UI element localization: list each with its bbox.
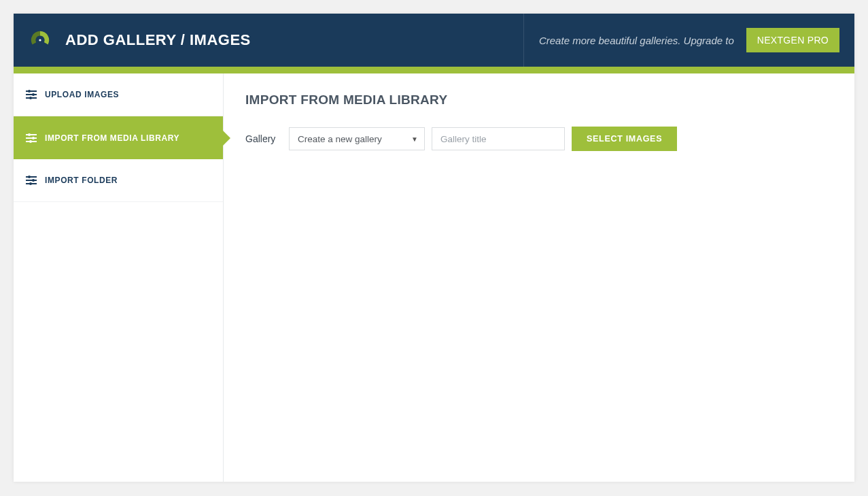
upgrade-button[interactable]: NEXTGEN PRO <box>746 28 839 52</box>
sidebar-item-label: UPLOAD IMAGES <box>45 90 119 99</box>
sidebar-item-upload-images[interactable]: UPLOAD IMAGES <box>14 73 223 116</box>
header: ADD GALLERY / IMAGES Create more beautif… <box>14 14 854 67</box>
sidebar-item-label: IMPORT FOLDER <box>45 176 118 185</box>
gallery-form-row: Gallery Create a new gallery ▼ SELECT IM… <box>245 127 833 151</box>
gallery-select-wrap: Create a new gallery ▼ <box>289 127 425 150</box>
select-images-button[interactable]: SELECT IMAGES <box>572 127 677 151</box>
gallery-title-input[interactable] <box>432 127 565 150</box>
upgrade-tagline: Create more beautiful galleries. Upgrade… <box>539 35 734 46</box>
sliders-icon <box>26 134 37 142</box>
gallery-label: Gallery <box>245 133 282 144</box>
sidebar-item-import-folder[interactable]: IMPORT FOLDER <box>14 159 223 202</box>
accent-bar <box>14 67 854 73</box>
sliders-icon <box>26 90 37 99</box>
sidebar: UPLOAD IMAGES IMPORT FROM MEDIA LIBRARY … <box>14 73 224 482</box>
header-right: Create more beautiful galleries. Upgrade… <box>523 14 854 67</box>
content: IMPORT FROM MEDIA LIBRARY Gallery Create… <box>224 73 854 482</box>
svg-point-1 <box>39 39 41 41</box>
page-title: ADD GALLERY / IMAGES <box>65 31 251 49</box>
sidebar-item-import-media-library[interactable]: IMPORT FROM MEDIA LIBRARY <box>14 116 223 159</box>
app-logo-icon <box>29 29 52 52</box>
sliders-icon <box>26 176 37 184</box>
gallery-select[interactable]: Create a new gallery <box>289 127 425 150</box>
content-title: IMPORT FROM MEDIA LIBRARY <box>245 93 833 108</box>
header-left: ADD GALLERY / IMAGES <box>14 14 523 67</box>
sidebar-item-label: IMPORT FROM MEDIA LIBRARY <box>45 133 179 143</box>
